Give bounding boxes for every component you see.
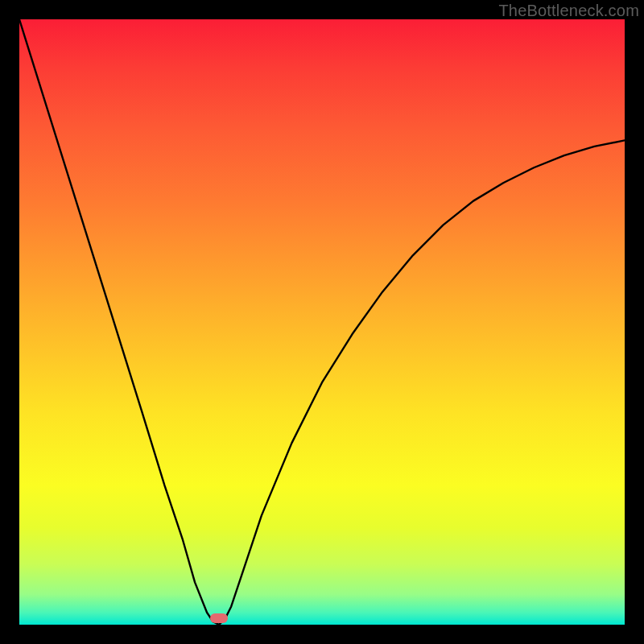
chart-frame: TheBottleneck.com: [0, 0, 644, 644]
optimal-point-marker: [210, 613, 228, 623]
watermark-text: TheBottleneck.com: [498, 2, 639, 20]
plot-area: [19, 19, 625, 625]
bottleneck-curve: [19, 19, 625, 625]
